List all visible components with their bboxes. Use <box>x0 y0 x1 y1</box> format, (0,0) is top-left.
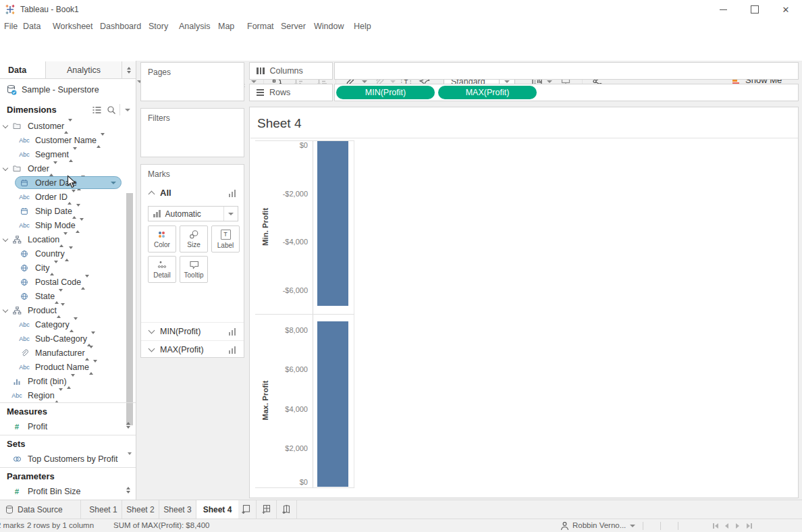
sheet-tab[interactable]: Sheet 3 <box>159 500 196 518</box>
marks-button[interactable]: T Tooltip <box>180 256 208 283</box>
filters-shelf[interactable]: Filters <box>140 108 244 157</box>
new-worksheet-tab-button[interactable] <box>236 500 257 518</box>
highlight-caret[interactable] <box>362 80 367 83</box>
field-spin-icons[interactable] <box>70 320 78 329</box>
marks-button[interactable]: T Size <box>180 225 208 252</box>
view-as-grid-icon[interactable] <box>92 105 102 115</box>
field-row[interactable]: Abc # <box>0 190 125 204</box>
menu-item[interactable]: Help <box>354 22 371 31</box>
measure-pill[interactable]: MAX(Profit) <box>438 86 537 99</box>
field-row[interactable]: Abc # <box>0 232 125 246</box>
menu-item[interactable]: File <box>4 22 18 31</box>
field-spin-icons[interactable] <box>55 391 63 400</box>
field-spin-icons[interactable] <box>55 292 63 301</box>
menu-item[interactable]: Map <box>218 22 234 31</box>
menu-item[interactable]: Worksheet <box>53 22 93 31</box>
field-spin-icons[interactable] <box>126 422 130 429</box>
rows-shelf[interactable]: MIN(Profit) MAX(Profit) <box>334 84 799 101</box>
show-hide-cards-caret[interactable] <box>547 80 552 83</box>
minimize-button[interactable] <box>712 0 734 19</box>
field-row[interactable]: # Profit <box>0 419 136 433</box>
new-story-tab-button[interactable] <box>277 500 297 518</box>
field-row[interactable]: Abc # <box>0 346 125 360</box>
field-row[interactable]: Abc # <box>0 147 125 161</box>
field-row[interactable]: Abc # <box>0 176 125 190</box>
max-profit-bar[interactable] <box>317 321 348 487</box>
scrollbar-thumb[interactable] <box>126 193 133 425</box>
columns-shelf[interactable] <box>334 62 799 80</box>
expand-chevron-icon[interactable] <box>149 327 155 334</box>
field-spin-icons[interactable] <box>64 122 72 131</box>
field-row[interactable]: Abc # <box>0 374 125 388</box>
collapse-chevron-icon[interactable] <box>149 191 155 198</box>
first-page-icon[interactable] <box>713 523 718 529</box>
field-spin-icons[interactable] <box>68 192 76 202</box>
new-dashboard-tab-button[interactable] <box>257 500 277 518</box>
field-spin-icons[interactable] <box>72 207 80 216</box>
expand-chevron-icon[interactable] <box>3 123 8 128</box>
marks-measure-card[interactable]: MIN(Profit) <box>141 322 244 340</box>
field-spin-icons[interactable] <box>126 487 130 494</box>
menu-item[interactable]: Data <box>23 22 41 31</box>
expand-chevron-icon[interactable] <box>149 346 155 352</box>
field-row[interactable]: Abc # <box>0 360 125 374</box>
field-spin-icons[interactable] <box>50 263 58 273</box>
sheet-tab[interactable]: Sheet 4 <box>196 500 238 518</box>
field-spin-icons[interactable] <box>81 277 89 287</box>
expand-chevron-icon[interactable] <box>3 165 8 171</box>
field-spin-icons[interactable] <box>77 178 85 188</box>
menu-item[interactable]: Window <box>314 22 344 31</box>
menu-item[interactable]: Story <box>149 22 168 31</box>
field-row[interactable]: # Profit Bin Size <box>0 484 136 498</box>
clear-sheet-caret[interactable] <box>251 80 257 83</box>
menu-item[interactable]: Server <box>281 22 306 31</box>
field-spin-icons[interactable] <box>69 150 77 159</box>
field-spin-icons[interactable] <box>76 221 84 230</box>
pages-shelf[interactable]: Pages <box>140 62 244 101</box>
tab-data[interactable]: Data <box>0 61 46 78</box>
maximize-button[interactable] <box>743 0 766 19</box>
pane-collapse-icon[interactable] <box>122 61 136 78</box>
expand-chevron-icon[interactable] <box>3 307 8 313</box>
field-spin-icons[interactable] <box>49 164 57 174</box>
field-row[interactable]: Abc # <box>0 218 125 232</box>
field-row[interactable]: Abc # <box>0 161 125 176</box>
marks-button[interactable]: T Color <box>148 225 176 252</box>
field-row[interactable]: Abc # <box>0 289 125 303</box>
field-row[interactable]: Abc # <box>0 133 125 147</box>
field-spin-icons[interactable] <box>87 334 95 344</box>
datasource-row[interactable]: Sample - Superstore <box>0 81 136 99</box>
marks-all-row[interactable]: All <box>141 184 244 202</box>
field-row[interactable]: Abc # <box>0 246 125 261</box>
field-dropdown-caret[interactable] <box>109 179 117 187</box>
field-spin-icons[interactable] <box>97 136 105 145</box>
measure-pill[interactable]: MIN(Profit) <box>336 86 435 99</box>
sheet-tab[interactable]: Sheet 1 <box>85 500 122 518</box>
field-spin-icons[interactable] <box>59 235 68 244</box>
field-row[interactable]: Abc # <box>0 331 125 346</box>
field-row[interactable]: Abc # <box>0 388 125 402</box>
field-spin-icons[interactable] <box>57 306 65 315</box>
marks-measure-card[interactable]: MAX(Profit) <box>141 340 244 358</box>
close-button[interactable]: ✕ <box>774 0 797 19</box>
mark-type-select[interactable]: Automatic <box>148 206 238 221</box>
field-row[interactable]: Top Customers by Profit <box>0 452 136 466</box>
mark-type-caret[interactable] <box>223 207 238 221</box>
expand-chevron-icon[interactable] <box>3 236 8 242</box>
field-row[interactable]: Abc # <box>0 119 125 133</box>
tab-data-source[interactable]: Data Source <box>0 500 81 518</box>
field-row[interactable]: Abc # <box>0 261 125 275</box>
field-spin-icons[interactable] <box>85 348 93 358</box>
field-spin-icons[interactable] <box>89 363 97 372</box>
field-row[interactable]: Abc # <box>0 275 125 289</box>
previous-page-icon[interactable] <box>725 523 728 529</box>
menu-item[interactable]: Format <box>247 22 274 31</box>
field-row[interactable]: Abc # <box>0 317 125 331</box>
field-spin-icons[interactable] <box>67 377 75 386</box>
min-profit-bar[interactable] <box>317 141 348 306</box>
field-spin-icons[interactable] <box>65 249 73 259</box>
tab-analytics[interactable]: Analytics <box>46 61 122 78</box>
signed-in-user[interactable]: Robbin Verno... <box>572 521 626 529</box>
field-row[interactable]: Abc # <box>0 204 125 218</box>
sheet-tab[interactable]: Sheet 2 <box>122 500 159 518</box>
